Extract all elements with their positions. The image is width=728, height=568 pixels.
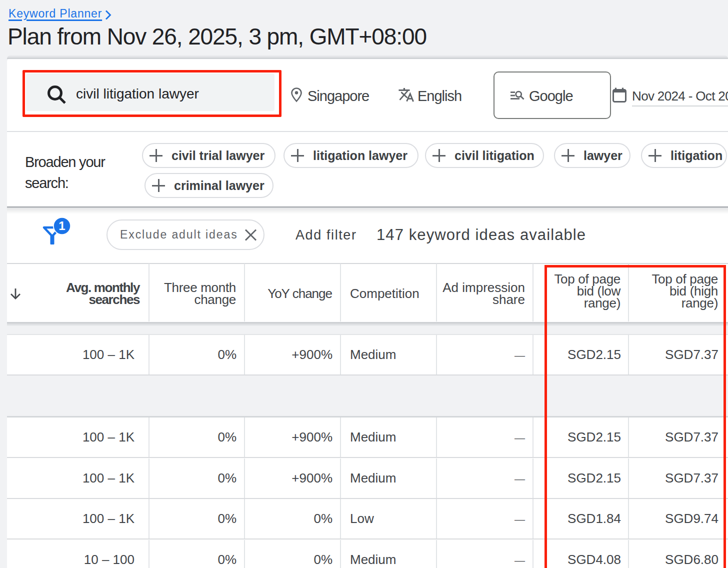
svg-text:1: 1 xyxy=(58,219,65,232)
